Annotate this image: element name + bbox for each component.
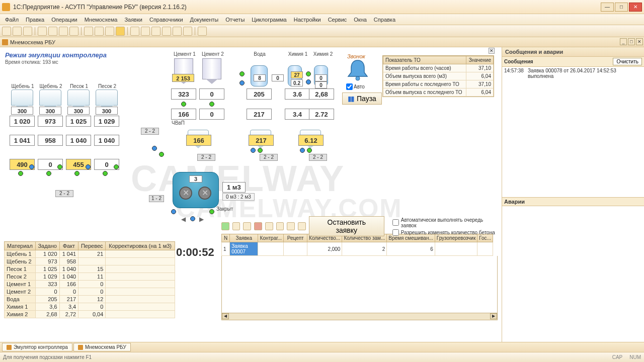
menu-windows[interactable]: Окна (351, 16, 370, 24)
tb-filter[interactable] (198, 27, 207, 36)
material-row[interactable]: Вода20521712 (5, 296, 175, 303)
h1-t2: 0.2 (291, 79, 303, 86)
tb-new[interactable] (2, 27, 11, 36)
clear-messages-button[interactable]: Очистить (613, 58, 642, 65)
arrow-right-icon[interactable]: ▶ (199, 216, 204, 223)
tab-mimic[interactable]: Мнемосхема РБУ (73, 343, 131, 351)
hopper-sh1 (11, 89, 33, 106)
ord-tb-del[interactable] (254, 222, 262, 230)
v-p1-2: 1 025 (66, 116, 91, 127)
menu-edit[interactable]: Правка (23, 16, 47, 24)
dot (152, 146, 157, 151)
tb-sep (35, 27, 35, 35)
scroll-left[interactable]: ◀ (222, 313, 229, 319)
pause-button[interactable]: ▮▮Пауза (342, 93, 382, 105)
chk-allow-change[interactable]: Разрешить изменять количество бетона (392, 229, 498, 236)
scroll-right[interactable]: ▶ (490, 313, 497, 319)
ord-tb-copy[interactable] (243, 222, 251, 230)
menu-settings[interactable]: Настройки (291, 16, 324, 24)
tb-action2[interactable] (95, 27, 104, 36)
bell-icon[interactable] (345, 57, 370, 82)
tb-m1[interactable] (162, 27, 171, 36)
menu-operations[interactable]: Операции (48, 16, 80, 24)
dot (46, 171, 51, 176)
menu-help[interactable]: Справка (371, 16, 398, 24)
v-p1-1: 300 (67, 107, 90, 115)
h-stage: 2 - 2 (309, 154, 327, 161)
ord-tb-add[interactable] (221, 222, 229, 230)
w-meas: 217 (247, 109, 272, 120)
v-p1-3: 1 040 (66, 135, 91, 146)
dot (86, 164, 91, 169)
mixer-sub: 0 м3 : 2 м3 (222, 193, 255, 201)
pause-icon: ▮▮ (348, 95, 354, 103)
material-row[interactable]: Щебень 11 0201 04121 (5, 250, 175, 258)
ord-tb-sort2[interactable] (298, 222, 306, 230)
doc-close[interactable]: ✕ (636, 38, 643, 45)
menu-reports[interactable]: Отчеты (222, 16, 248, 24)
material-row[interactable]: Песок 21 0291 04011 (5, 273, 175, 281)
menu-orders[interactable]: Заявки (121, 16, 145, 24)
tb-copy[interactable] (48, 27, 57, 36)
menu-service[interactable]: Сервис (325, 16, 350, 24)
tb-grid1[interactable] (130, 27, 139, 36)
menu-mimic[interactable]: Мнемосхема (82, 16, 121, 24)
tb-grid3[interactable] (151, 27, 160, 36)
material-row[interactable]: Цемент 13231660 (5, 281, 175, 288)
h2-t2: 0 (315, 81, 327, 88)
tb-grid2[interactable] (141, 27, 150, 36)
material-row[interactable]: Химия 22,682,720,04 (5, 311, 175, 318)
ord-tb-down[interactable] (276, 222, 284, 230)
order-row[interactable]: 1 Заявка 00007 2,000 2 6 (222, 242, 493, 256)
materials-table: Материал Задано Факт Перевес Корректиров… (4, 241, 175, 318)
tb-open[interactable] (13, 27, 22, 36)
tb-print[interactable] (69, 27, 78, 36)
tb-cut[interactable] (38, 27, 47, 36)
material-row[interactable]: Химия 13,63,40 (5, 303, 175, 311)
tb-paste[interactable] (59, 27, 68, 36)
arrow-left-icon[interactable]: ◀ (181, 216, 186, 223)
dot (306, 79, 311, 84)
stop-order-button[interactable]: Остановить заявку (309, 216, 384, 236)
statusbar: Для получения подсказки нажмите F1 CAP N… (0, 352, 644, 362)
v-sh1-1: 300 (11, 107, 33, 115)
menu-dictionaries[interactable]: Справочники (146, 16, 186, 24)
material-row[interactable]: Цемент 2000 (5, 288, 175, 296)
ord-tb-sort1[interactable] (287, 222, 295, 230)
auto-checkbox[interactable]: Авто (346, 83, 365, 90)
material-row[interactable]: Щебень 2973958 (5, 258, 175, 265)
ord-tb-up[interactable] (265, 222, 273, 230)
to-close-button[interactable]: ✕ (489, 48, 495, 54)
tb-save[interactable] (23, 27, 32, 36)
orders-scroll[interactable]: ◀ ▶ (221, 256, 498, 320)
dot (251, 148, 256, 153)
chk-auto-queue[interactable]: Автоматически выполнять очередь заявок (392, 217, 498, 228)
menu-file[interactable]: Файл (2, 16, 22, 24)
h2-t1: 0 (315, 74, 327, 81)
tb-action3[interactable] (105, 27, 114, 36)
dot (209, 209, 214, 214)
message-row[interactable]: 14:57:38 Заявка 000078 от 26.04.2017 14:… (502, 67, 644, 80)
tb-help[interactable] (116, 27, 125, 36)
label-c1: Цемент 1 (172, 51, 197, 57)
to-h2: Значение (466, 56, 493, 64)
mixer-stage: 1 - 2 (149, 195, 164, 202)
side-header: Сообщения и аварии (502, 47, 644, 57)
dot (171, 209, 176, 214)
doc-max[interactable]: □ (628, 38, 635, 45)
material-row[interactable]: Песок 11 0251 04015 (5, 265, 175, 273)
tab-emulator[interactable]: Эмулятор контроллера (2, 343, 72, 351)
menu-documents[interactable]: Документы (187, 16, 222, 24)
tb-m2[interactable] (173, 27, 182, 36)
maximize-button[interactable]: □ (615, 3, 628, 12)
tb-m3[interactable] (183, 27, 192, 36)
doc-min[interactable]: _ (620, 38, 627, 45)
dot (300, 148, 305, 153)
menu-cyclogram[interactable]: Циклограмма (249, 16, 289, 24)
v-p2-3: 1 040 (94, 135, 119, 146)
ord-tb-edit[interactable] (232, 222, 240, 230)
label-sh1: Щебень 1 (10, 83, 35, 89)
close-button[interactable]: ✕ (629, 3, 642, 12)
minimize-button[interactable]: — (601, 3, 614, 12)
tb-action1[interactable] (84, 27, 93, 36)
